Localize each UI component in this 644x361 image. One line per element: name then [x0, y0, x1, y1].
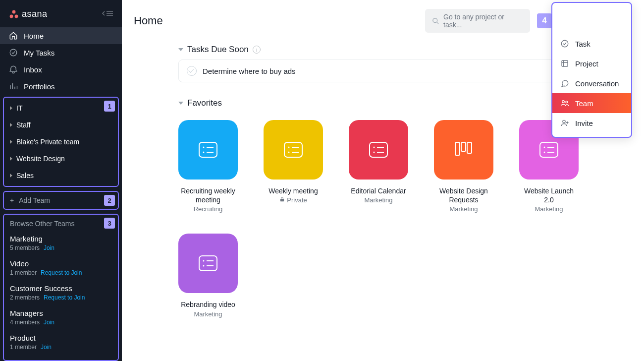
svg-rect-8 — [284, 142, 302, 157]
search-input[interactable]: Go to any project or task... — [425, 9, 530, 33]
sidebar-team-item[interactable]: IT — [4, 100, 118, 117]
browse-team-item: Product1 memberJoin — [4, 331, 118, 356]
svg-rect-24 — [562, 60, 568, 66]
project-name: Editorial Calendar — [351, 186, 406, 195]
svg-point-13 — [374, 152, 375, 153]
browse-team-item: Marketing5 membersJoin — [4, 232, 118, 256]
nav-home[interactable]: Home — [0, 27, 122, 44]
svg-rect-14 — [455, 142, 460, 155]
caret-down-icon[interactable] — [178, 48, 183, 51]
caret-right-icon — [10, 174, 12, 178]
browse-team-members: 2 members — [10, 294, 40, 301]
project-name: Website Launch 2.0 — [519, 186, 579, 204]
project-tile — [178, 120, 238, 180]
svg-point-25 — [562, 101, 565, 103]
section-title: Favorites — [187, 98, 222, 108]
favorite-project[interactable]: Website Design RequestsMarketing — [434, 120, 493, 213]
svg-rect-15 — [461, 142, 466, 151]
nav-inbox[interactable]: Inbox — [0, 61, 122, 78]
team-name: IT — [16, 104, 22, 112]
svg-point-18 — [544, 147, 545, 148]
sidebar-team-item[interactable]: Staff — [4, 117, 118, 133]
browse-team-name[interactable]: Product — [10, 334, 112, 342]
project-name: Website Design Requests — [434, 186, 493, 204]
svg-point-9 — [288, 147, 290, 148]
caret-right-icon — [10, 123, 12, 127]
svg-point-26 — [566, 101, 568, 103]
browse-team-item: Customer Success2 membersRequest to Join — [4, 281, 118, 306]
project-tile — [349, 120, 408, 180]
page-title: Home — [134, 14, 163, 27]
svg-point-10 — [288, 152, 290, 153]
caret-right-icon — [10, 106, 12, 110]
svg-point-23 — [561, 40, 568, 47]
info-icon[interactable]: i — [253, 46, 261, 54]
browse-team-name[interactable]: Customer Success — [10, 284, 112, 293]
favorite-project[interactable]: Rebranding videoMarketing — [178, 234, 238, 317]
favorite-project[interactable]: Recruiting weekly meetingRecruiting — [178, 120, 238, 213]
svg-rect-5 — [199, 142, 217, 157]
callout-badge-1: 1 — [104, 101, 115, 112]
svg-point-1 — [10, 14, 13, 18]
project-tile — [178, 234, 238, 293]
dropdown-label: Team — [575, 99, 593, 108]
browse-team-action[interactable]: Request to Join — [44, 294, 85, 301]
svg-point-4 — [433, 18, 437, 22]
project-subtitle: Marketing — [364, 196, 392, 204]
team-name: Website Design — [16, 155, 65, 163]
browse-team-action[interactable]: Join — [44, 319, 54, 326]
svg-point-22 — [203, 265, 205, 267]
caret-down-icon[interactable] — [178, 102, 183, 105]
svg-rect-20 — [199, 256, 217, 271]
nav-label: Portfolios — [24, 82, 55, 91]
callout-badge-4: 4 — [537, 13, 552, 28]
browse-team-name[interactable]: Marketing — [10, 235, 112, 243]
add-team-button[interactable]: + Add Team — [4, 192, 118, 209]
callout-badge-3: 3 — [104, 218, 115, 229]
browse-team-name[interactable]: Video — [10, 259, 112, 268]
sidebar-team-item[interactable]: Website Design — [4, 150, 118, 167]
nav-label: Home — [24, 32, 44, 40]
svg-point-19 — [544, 152, 545, 153]
browse-team-members: 4 members — [10, 319, 40, 326]
main: Home Go to any project or task... 4 + Ne… — [122, 0, 644, 361]
browse-team-members: 5 members — [10, 244, 40, 251]
dropdown-label: Project — [575, 60, 598, 68]
caret-right-icon — [10, 140, 12, 144]
dropdown-label: Conversation — [575, 79, 619, 88]
project-subtitle: Private — [279, 196, 307, 204]
browse-team-members: 1 member — [10, 344, 37, 351]
collapse-sidebar-icon[interactable] — [102, 10, 113, 18]
browse-team-action[interactable]: Join — [41, 344, 52, 351]
favorite-project[interactable]: Editorial CalendarMarketing — [349, 120, 408, 213]
search-placeholder: Go to any project or task... — [443, 13, 523, 29]
dropdown-conversation[interactable]: Conversation — [552, 73, 631, 93]
complete-task-icon[interactable] — [187, 66, 197, 76]
caret-right-icon — [10, 157, 12, 161]
logo-text: asana — [22, 9, 48, 19]
svg-point-21 — [203, 260, 205, 262]
project-subtitle: Marketing — [194, 310, 222, 318]
dropdown-invite[interactable]: Invite — [552, 113, 631, 133]
dropdown-task[interactable]: Task — [552, 34, 631, 54]
dropdown-team[interactable]: Team — [552, 93, 631, 113]
logo[interactable]: asana — [9, 9, 48, 19]
team-name: Staff — [16, 121, 31, 129]
task-title: Determine where to buy ads — [203, 67, 569, 75]
new-dropdown: Task Project Conversation Team Invite — [551, 2, 632, 138]
browse-team-name[interactable]: Managers — [10, 309, 112, 317]
svg-rect-16 — [467, 142, 472, 153]
sidebar: asana Home My Tasks Inbox Portfolios 1 I… — [0, 0, 122, 361]
browse-team-action[interactable]: Join — [44, 244, 54, 251]
dropdown-label: Invite — [575, 119, 593, 127]
nav-portfolios[interactable]: Portfolios — [0, 78, 122, 95]
favorites-grid: Recruiting weekly meetingRecruitingWeekl… — [178, 120, 632, 318]
asana-logo-icon — [9, 10, 19, 19]
favorite-project[interactable]: Weekly meeting Private — [264, 120, 323, 213]
dropdown-project[interactable]: Project — [552, 54, 631, 73]
browse-team-action[interactable]: Request to Join — [41, 269, 82, 276]
sidebar-team-item[interactable]: Blake's Private team — [4, 133, 118, 150]
nav-label: My Tasks — [24, 49, 54, 57]
sidebar-team-item[interactable]: Sales — [4, 167, 118, 184]
nav-mytasks[interactable]: My Tasks — [0, 44, 122, 61]
